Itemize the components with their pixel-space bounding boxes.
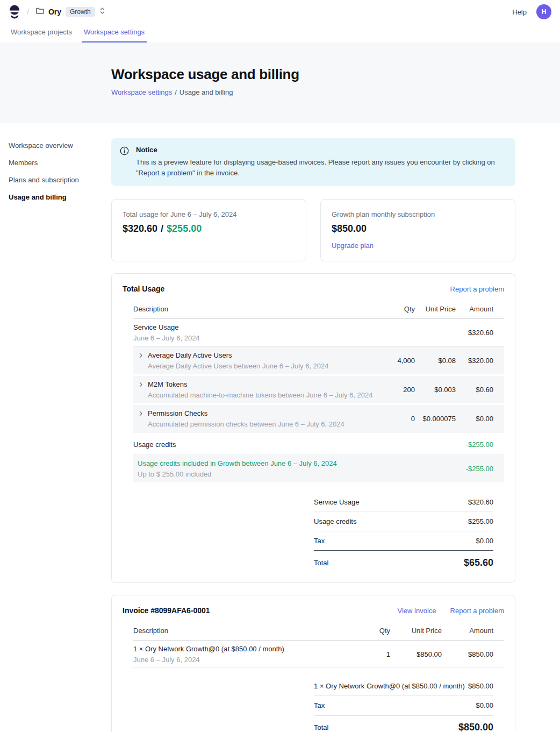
- row-unit-price: [415, 329, 456, 336]
- row-name: Service Usage: [133, 323, 200, 332]
- invoice-panel: Invoice #8099AFA6-0001 View invoice Repo…: [111, 595, 515, 732]
- summary-total-value: $850.00: [458, 722, 493, 732]
- summary-value: $850.00: [468, 682, 493, 690]
- notice-title: Notice: [136, 146, 506, 154]
- sidebar-item-members[interactable]: Members: [9, 157, 103, 169]
- usage-row-permission-checks[interactable]: Permission Checks Accumulated permission…: [133, 405, 504, 434]
- row-name: Average Daily Active Users: [148, 351, 329, 360]
- invoice-panel-header: Invoice #8099AFA6-0001 View invoice Repo…: [112, 606, 515, 615]
- invoice-row-growth-plan: 1 × Ory Network Growth@0 (at $850.00 / m…: [133, 641, 504, 668]
- upgrade-plan-link[interactable]: Upgrade plan: [332, 241, 374, 250]
- workspace-switcher[interactable]: Ory Growth: [35, 6, 105, 17]
- report-problem-link[interactable]: Report a problem: [450, 607, 504, 615]
- summary-label: Total: [314, 723, 328, 731]
- usage-summary: Service Usage $320.60 Usage credits -$25…: [314, 493, 493, 570]
- sidebar-item-plans-and-subscription[interactable]: Plans and subscription: [9, 174, 103, 186]
- row-unit-price: $0.000075: [415, 411, 456, 427]
- plan-amount: $850.00: [332, 223, 504, 234]
- topbar-separator: /: [27, 8, 29, 16]
- invoice-table: Description Qty Unit Price Amount 1 × Or…: [123, 627, 504, 732]
- usage-credit-amount: $255.00: [167, 223, 202, 234]
- row-unit-price: $850.00: [390, 646, 442, 662]
- invoice-summary: 1 × Ory Network Growth@0 (at $850.00 / m…: [314, 677, 493, 732]
- view-invoice-link[interactable]: View invoice: [398, 607, 436, 615]
- summary-value: $320.60: [468, 498, 493, 506]
- row-amount: $320.60: [456, 325, 493, 340]
- topbar: / Ory Growth Help H: [0, 0, 560, 24]
- usage-row-m2m-tokens[interactable]: M2M Tokens Accumulated machine-to-machin…: [133, 376, 504, 405]
- invoice-table-header: Description Qty Unit Price Amount: [133, 627, 504, 641]
- summary-row-tax: Tax $0.00: [314, 531, 493, 551]
- breadcrumb-link-workspace-settings[interactable]: Workspace settings: [111, 88, 172, 96]
- chevron-right-icon[interactable]: [138, 381, 144, 389]
- sidebar-item-usage-and-billing[interactable]: Usage and billing: [9, 191, 103, 203]
- row-qty: 200: [377, 382, 415, 397]
- report-problem-link[interactable]: Report a problem: [450, 285, 504, 293]
- summary-label: Total: [314, 559, 328, 567]
- col-unit-price: Unit Price: [390, 627, 442, 635]
- row-period: June 6 – July 6, 2024: [133, 655, 284, 664]
- sidebar-item-workspace-overview[interactable]: Workspace overview: [9, 139, 103, 152]
- notice-banner: Notice This is a preview feature for dis…: [111, 138, 515, 186]
- folder-icon: [35, 6, 44, 17]
- summary-value: -$255.00: [466, 517, 493, 525]
- total-usage-value: $320.60 / $255.00: [123, 223, 295, 234]
- breadcrumb-current: Usage and billing: [180, 88, 233, 96]
- row-qty: 0: [377, 411, 415, 427]
- help-link[interactable]: Help: [512, 8, 527, 16]
- invoice-title: Invoice #8099AFA6-0001: [123, 606, 210, 615]
- summary-row-total: Total $850.00: [314, 715, 493, 732]
- breadcrumb-separator: /: [175, 88, 177, 96]
- tab-workspace-projects[interactable]: Workspace projects: [9, 24, 74, 42]
- avatar[interactable]: H: [536, 4, 551, 19]
- summary-cards: Total usage for June 6 – July 6, 2024 $3…: [111, 199, 515, 261]
- usage-row-service-usage: Service Usage June 6 – July 6, 2024 $320…: [133, 319, 504, 346]
- notice-text: Notice This is a preview feature for dis…: [136, 146, 506, 179]
- usage-separator: /: [161, 223, 163, 234]
- usage-row-average-daily-active-users[interactable]: Average Daily Active Users Average Daily…: [133, 347, 504, 376]
- col-qty: Qty: [339, 627, 390, 635]
- row-amount: $850.00: [442, 646, 493, 662]
- settings-sidebar: Workspace overview Members Plans and sub…: [0, 123, 111, 732]
- usage-amount: $320.60: [123, 223, 157, 234]
- row-unit-price: $0.08: [415, 353, 456, 368]
- ory-logo[interactable]: [9, 5, 20, 19]
- row-amount: -$255.00: [456, 461, 493, 477]
- page-header: Workspace usage and billing Workspace se…: [0, 42, 560, 123]
- ory-logo-icon: [9, 5, 20, 19]
- content: Workspace overview Members Plans and sub…: [0, 123, 560, 732]
- col-description: Description: [133, 627, 339, 635]
- total-usage-label: Total usage for June 6 – July 6, 2024: [123, 210, 295, 218]
- usage-row-usage-credits-included: Usage credits included in Growth between…: [133, 455, 504, 484]
- row-period: June 6 – July 6, 2024: [133, 333, 200, 343]
- main-content: Notice This is a preview feature for dis…: [111, 123, 515, 732]
- summary-row-total: Total $65.60: [314, 551, 493, 570]
- chevron-right-icon[interactable]: [138, 410, 144, 418]
- row-name: 1 × Ory Network Growth@0 (at $850.00 / m…: [133, 644, 284, 653]
- row-description: Up to $ 255.00 included: [138, 470, 337, 479]
- row-qty: 1: [339, 646, 390, 662]
- row-description: Accumulated permission checks between Ju…: [148, 420, 344, 429]
- row-unit-price: $0.003: [415, 382, 456, 397]
- total-usage-panel: Total Usage Report a problem Description…: [111, 273, 515, 583]
- summary-value: $0.00: [476, 537, 493, 545]
- row-name: M2M Tokens: [148, 380, 372, 389]
- summary-row-line-item: 1 × Ory Network Growth@0 (at $850.00 / m…: [314, 677, 493, 696]
- col-amount: Amount: [456, 305, 493, 313]
- row-qty: [377, 329, 415, 336]
- col-qty: Qty: [377, 305, 415, 313]
- chevron-updown-icon: [99, 7, 105, 17]
- row-amount: $320.00: [456, 353, 493, 368]
- tab-workspace-settings[interactable]: Workspace settings: [82, 24, 147, 42]
- col-description: Description: [133, 305, 377, 313]
- row-name: Usage credits: [133, 440, 176, 449]
- summary-row-usage-credits: Usage credits -$255.00: [314, 512, 493, 531]
- workspace-name: Ory: [48, 8, 61, 16]
- row-amount: $0.60: [456, 382, 493, 397]
- summary-value: $0.00: [476, 701, 493, 709]
- info-icon: [120, 146, 129, 179]
- usage-table-header: Description Qty Unit Price Amount: [133, 305, 504, 319]
- col-amount: Amount: [442, 627, 493, 635]
- chevron-right-icon[interactable]: [138, 352, 144, 360]
- row-qty: 4,000: [377, 353, 415, 368]
